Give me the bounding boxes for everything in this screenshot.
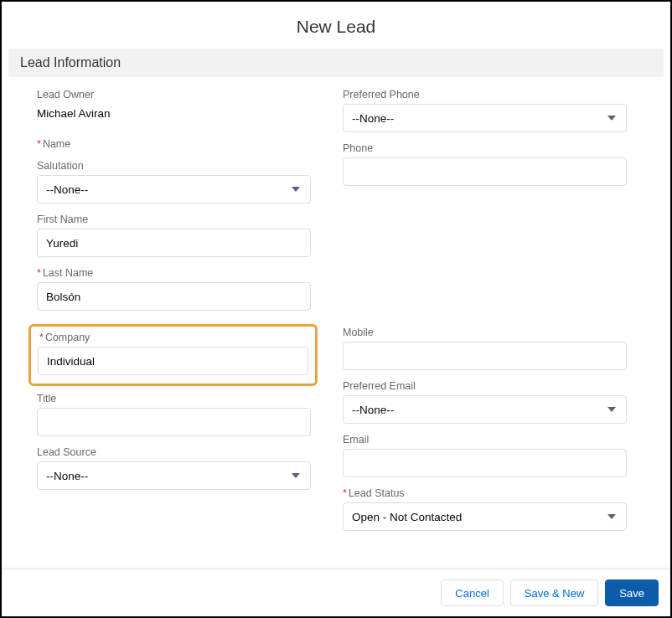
save-new-button[interactable]: Save & New bbox=[510, 579, 599, 606]
section-header: Lead Information bbox=[8, 49, 664, 77]
preferred-phone-value: --None-- bbox=[352, 112, 394, 125]
email-label: Email bbox=[343, 434, 627, 445]
modal-title: New Lead bbox=[2, 2, 670, 49]
first-name-input[interactable]: Yuredi bbox=[37, 229, 311, 257]
mobile-label: Mobile bbox=[343, 327, 627, 338]
salutation-label: Salutation bbox=[37, 160, 311, 172]
company-value: Individual bbox=[47, 355, 95, 368]
phone-input[interactable] bbox=[343, 157, 627, 186]
right-column: Preferred Phone --None-- Phone Mobile Pr… bbox=[336, 89, 664, 541]
preferred-email-value: --None-- bbox=[352, 404, 394, 416]
phone-label: Phone bbox=[343, 142, 627, 154]
last-name-field: Last Name Bolsón bbox=[37, 267, 311, 311]
name-field: Name bbox=[37, 138, 311, 150]
last-name-input[interactable]: Bolsón bbox=[37, 282, 311, 311]
chevron-down-icon bbox=[292, 187, 300, 192]
company-input[interactable]: Individual bbox=[38, 347, 308, 375]
cancel-button[interactable]: Cancel bbox=[441, 579, 503, 606]
lead-source-label: Lead Source bbox=[37, 446, 311, 458]
title-field: Title bbox=[37, 393, 311, 436]
lead-status-field: Lead Status Open - Not Contacted bbox=[343, 487, 627, 531]
name-label: Name bbox=[37, 138, 311, 150]
preferred-phone-select[interactable]: --None-- bbox=[343, 104, 627, 132]
preferred-phone-field: Preferred Phone --None-- bbox=[343, 89, 627, 132]
email-field: Email bbox=[343, 434, 627, 477]
left-column: Lead Owner Michael Aviran Name Salutatio… bbox=[8, 89, 336, 541]
company-highlight: Company Individual bbox=[28, 324, 318, 386]
mobile-input[interactable] bbox=[343, 342, 627, 370]
lead-owner-field: Lead Owner Michael Aviran bbox=[37, 89, 311, 128]
lead-status-label: Lead Status bbox=[343, 487, 627, 499]
title-input[interactable] bbox=[37, 408, 311, 436]
company-label: Company bbox=[39, 332, 308, 343]
last-name-value: Bolsón bbox=[46, 291, 80, 303]
chevron-down-icon bbox=[607, 407, 616, 412]
save-button[interactable]: Save bbox=[605, 579, 659, 606]
preferred-email-field: Preferred Email --None-- bbox=[343, 380, 627, 424]
chevron-down-icon bbox=[607, 514, 616, 519]
chevron-down-icon bbox=[292, 473, 300, 478]
last-name-label: Last Name bbox=[37, 267, 311, 279]
form-body: Lead Owner Michael Aviran Name Salutatio… bbox=[2, 77, 670, 541]
salutation-value: --None-- bbox=[46, 183, 88, 196]
salutation-field: Salutation --None-- bbox=[37, 160, 311, 203]
lead-status-select[interactable]: Open - Not Contacted bbox=[343, 502, 627, 531]
lead-source-field: Lead Source --None-- bbox=[37, 446, 311, 490]
salutation-select[interactable]: --None-- bbox=[37, 175, 311, 203]
first-name-value: Yuredi bbox=[46, 237, 78, 250]
preferred-email-label: Preferred Email bbox=[343, 380, 627, 392]
lead-source-value: --None-- bbox=[46, 470, 88, 482]
preferred-email-select[interactable]: --None-- bbox=[343, 395, 627, 424]
lead-owner-value: Michael Aviran bbox=[37, 104, 311, 128]
lead-owner-label: Lead Owner bbox=[37, 89, 311, 100]
chevron-down-icon bbox=[607, 116, 616, 121]
lead-source-select[interactable]: --None-- bbox=[37, 461, 311, 490]
title-label: Title bbox=[37, 393, 311, 404]
email-input[interactable] bbox=[343, 449, 627, 477]
footer: Cancel Save & New Save bbox=[2, 569, 670, 616]
mobile-field: Mobile bbox=[343, 327, 627, 370]
preferred-phone-label: Preferred Phone bbox=[343, 89, 627, 100]
lead-status-value: Open - Not Contacted bbox=[352, 511, 462, 523]
first-name-field: First Name Yuredi bbox=[37, 214, 311, 257]
phone-field: Phone bbox=[343, 142, 627, 186]
first-name-label: First Name bbox=[37, 214, 311, 225]
